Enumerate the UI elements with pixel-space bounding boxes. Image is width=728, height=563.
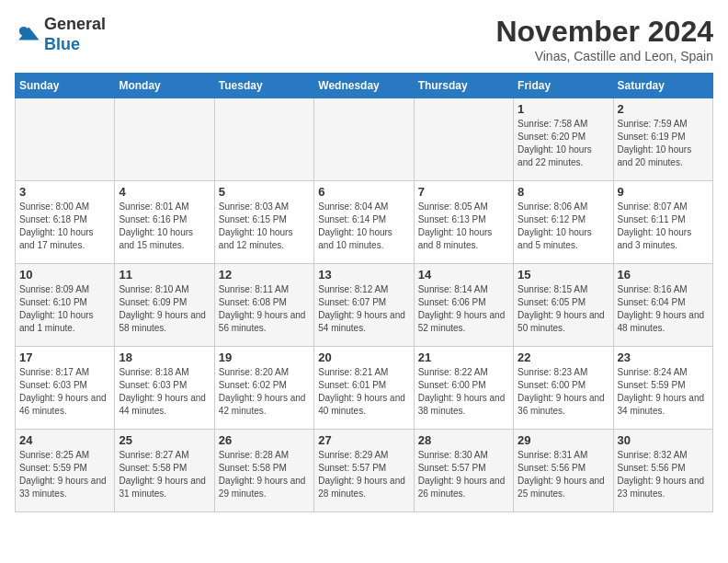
day-cell-24: 24Sunrise: 8:25 AMSunset: 5:59 PMDayligh… bbox=[16, 430, 115, 512]
day-cell-3: 3Sunrise: 8:00 AMSunset: 6:18 PMDaylight… bbox=[16, 181, 115, 264]
day-number: 21 bbox=[418, 350, 509, 364]
day-info: Sunrise: 8:18 AMSunset: 6:03 PMDaylight:… bbox=[119, 366, 210, 418]
day-info: Sunrise: 8:04 AMSunset: 6:14 PMDaylight:… bbox=[318, 201, 409, 252]
day-info: Sunrise: 8:31 AMSunset: 5:56 PMDaylight:… bbox=[518, 449, 609, 500]
day-number: 5 bbox=[219, 185, 310, 199]
day-info: Sunrise: 8:32 AMSunset: 5:56 PMDaylight:… bbox=[618, 449, 709, 500]
logo: General Blue bbox=[15, 15, 106, 54]
day-number: 15 bbox=[518, 268, 609, 282]
day-cell-9: 9Sunrise: 8:07 AMSunset: 6:11 PMDaylight… bbox=[613, 181, 712, 264]
day-info: Sunrise: 8:28 AMSunset: 5:58 PMDaylight:… bbox=[219, 449, 310, 500]
day-cell-20: 20Sunrise: 8:21 AMSunset: 6:01 PMDayligh… bbox=[314, 347, 414, 430]
day-cell-4: 4Sunrise: 8:01 AMSunset: 6:16 PMDaylight… bbox=[115, 181, 214, 264]
day-info: Sunrise: 8:10 AMSunset: 6:09 PMDaylight:… bbox=[119, 283, 210, 335]
day-info: Sunrise: 8:03 AMSunset: 6:15 PMDaylight:… bbox=[219, 201, 310, 252]
day-info: Sunrise: 8:01 AMSunset: 6:16 PMDaylight:… bbox=[119, 201, 210, 252]
day-number: 13 bbox=[318, 268, 409, 282]
day-cell-19: 19Sunrise: 8:20 AMSunset: 6:02 PMDayligh… bbox=[214, 347, 313, 430]
svg-point-1 bbox=[19, 26, 28, 35]
day-number: 4 bbox=[119, 185, 210, 199]
day-info: Sunrise: 8:20 AMSunset: 6:02 PMDaylight:… bbox=[219, 366, 310, 418]
weekday-header-row: SundayMondayTuesdayWednesdayThursdayFrid… bbox=[16, 74, 713, 98]
day-number: 17 bbox=[19, 350, 110, 364]
weekday-header-saturday: Saturday bbox=[613, 74, 712, 98]
weekday-header-tuesday: Tuesday bbox=[214, 74, 313, 98]
day-info: Sunrise: 8:12 AMSunset: 6:07 PMDaylight:… bbox=[318, 283, 409, 335]
day-cell-16: 16Sunrise: 8:16 AMSunset: 6:04 PMDayligh… bbox=[613, 264, 712, 347]
day-number: 22 bbox=[518, 350, 609, 364]
day-info: Sunrise: 8:22 AMSunset: 6:00 PMDaylight:… bbox=[418, 366, 509, 418]
day-info: Sunrise: 8:16 AMSunset: 6:04 PMDaylight:… bbox=[618, 283, 709, 335]
day-number: 30 bbox=[618, 433, 709, 447]
week-row-3: 10Sunrise: 8:09 AMSunset: 6:10 PMDayligh… bbox=[16, 264, 713, 347]
title-block: November 2024 Vinas, Castille and Leon, … bbox=[495, 15, 713, 63]
day-info: Sunrise: 8:06 AMSunset: 6:12 PMDaylight:… bbox=[518, 201, 609, 252]
day-cell-21: 21Sunrise: 8:22 AMSunset: 6:00 PMDayligh… bbox=[414, 347, 513, 430]
day-cell-17: 17Sunrise: 8:17 AMSunset: 6:03 PMDayligh… bbox=[16, 347, 115, 430]
day-number: 23 bbox=[618, 350, 709, 364]
logo-line2: Blue bbox=[44, 35, 80, 53]
day-number: 7 bbox=[418, 185, 509, 199]
week-row-4: 17Sunrise: 8:17 AMSunset: 6:03 PMDayligh… bbox=[16, 347, 713, 430]
day-info: Sunrise: 8:21 AMSunset: 6:01 PMDaylight:… bbox=[318, 366, 409, 418]
week-row-2: 3Sunrise: 8:00 AMSunset: 6:18 PMDaylight… bbox=[16, 181, 713, 264]
day-info: Sunrise: 8:09 AMSunset: 6:10 PMDaylight:… bbox=[19, 283, 110, 335]
day-cell-22: 22Sunrise: 8:23 AMSunset: 6:00 PMDayligh… bbox=[514, 347, 613, 430]
day-info: Sunrise: 8:14 AMSunset: 6:06 PMDaylight:… bbox=[418, 283, 509, 335]
day-cell-2: 2Sunrise: 7:59 AMSunset: 6:19 PMDaylight… bbox=[613, 98, 712, 181]
day-cell-12: 12Sunrise: 8:11 AMSunset: 6:08 PMDayligh… bbox=[214, 264, 313, 347]
day-cell-empty bbox=[314, 98, 414, 181]
day-cell-empty bbox=[115, 98, 214, 181]
logo-line1: General bbox=[44, 15, 106, 33]
day-info: Sunrise: 8:29 AMSunset: 5:57 PMDaylight:… bbox=[318, 449, 409, 500]
day-info: Sunrise: 8:11 AMSunset: 6:08 PMDaylight:… bbox=[219, 283, 310, 335]
day-cell-empty bbox=[16, 98, 115, 181]
day-cell-27: 27Sunrise: 8:29 AMSunset: 5:57 PMDayligh… bbox=[314, 430, 414, 512]
day-number: 8 bbox=[518, 185, 609, 199]
day-cell-6: 6Sunrise: 8:04 AMSunset: 6:14 PMDaylight… bbox=[314, 181, 414, 264]
day-info: Sunrise: 8:25 AMSunset: 5:59 PMDaylight:… bbox=[19, 449, 110, 500]
day-number: 18 bbox=[119, 350, 210, 364]
weekday-header-friday: Friday bbox=[514, 74, 613, 98]
weekday-header-thursday: Thursday bbox=[414, 74, 513, 98]
day-number: 11 bbox=[119, 268, 210, 282]
day-info: Sunrise: 8:05 AMSunset: 6:13 PMDaylight:… bbox=[418, 201, 509, 252]
day-info: Sunrise: 8:23 AMSunset: 6:00 PMDaylight:… bbox=[518, 366, 609, 418]
day-info: Sunrise: 8:07 AMSunset: 6:11 PMDaylight:… bbox=[618, 201, 709, 252]
day-number: 16 bbox=[618, 268, 709, 282]
day-cell-14: 14Sunrise: 8:14 AMSunset: 6:06 PMDayligh… bbox=[414, 264, 513, 347]
day-number: 25 bbox=[119, 433, 210, 447]
day-number: 12 bbox=[219, 268, 310, 282]
weekday-header-monday: Monday bbox=[115, 74, 214, 98]
page-header: General Blue November 2024 Vinas, Castil… bbox=[15, 15, 713, 63]
week-row-5: 24Sunrise: 8:25 AMSunset: 5:59 PMDayligh… bbox=[16, 430, 713, 512]
day-info: Sunrise: 8:00 AMSunset: 6:18 PMDaylight:… bbox=[19, 201, 110, 252]
day-info: Sunrise: 8:15 AMSunset: 6:05 PMDaylight:… bbox=[518, 283, 609, 335]
day-cell-30: 30Sunrise: 8:32 AMSunset: 5:56 PMDayligh… bbox=[613, 430, 712, 512]
day-info: Sunrise: 8:27 AMSunset: 5:58 PMDaylight:… bbox=[119, 449, 210, 500]
day-cell-empty bbox=[214, 98, 313, 181]
day-cell-28: 28Sunrise: 8:30 AMSunset: 5:57 PMDayligh… bbox=[414, 430, 513, 512]
weekday-header-wednesday: Wednesday bbox=[314, 74, 414, 98]
day-cell-1: 1Sunrise: 7:58 AMSunset: 6:20 PMDaylight… bbox=[514, 98, 613, 181]
day-number: 14 bbox=[418, 268, 509, 282]
day-info: Sunrise: 8:24 AMSunset: 5:59 PMDaylight:… bbox=[618, 366, 709, 418]
day-cell-25: 25Sunrise: 8:27 AMSunset: 5:58 PMDayligh… bbox=[115, 430, 214, 512]
day-number: 1 bbox=[518, 102, 609, 116]
day-cell-empty bbox=[414, 98, 513, 181]
day-info: Sunrise: 7:58 AMSunset: 6:20 PMDaylight:… bbox=[518, 118, 609, 169]
month-title: November 2024 bbox=[495, 15, 713, 49]
day-cell-18: 18Sunrise: 8:18 AMSunset: 6:03 PMDayligh… bbox=[115, 347, 214, 430]
day-number: 20 bbox=[318, 350, 409, 364]
logo-text: General Blue bbox=[44, 15, 106, 54]
day-number: 6 bbox=[318, 185, 409, 199]
day-number: 3 bbox=[19, 185, 110, 199]
day-number: 28 bbox=[418, 433, 509, 447]
week-row-1: 1Sunrise: 7:58 AMSunset: 6:20 PMDaylight… bbox=[16, 98, 713, 181]
day-info: Sunrise: 7:59 AMSunset: 6:19 PMDaylight:… bbox=[618, 118, 709, 169]
day-number: 24 bbox=[19, 433, 110, 447]
day-number: 29 bbox=[518, 433, 609, 447]
day-cell-11: 11Sunrise: 8:10 AMSunset: 6:09 PMDayligh… bbox=[115, 264, 214, 347]
day-number: 27 bbox=[318, 433, 409, 447]
day-number: 10 bbox=[19, 268, 110, 282]
